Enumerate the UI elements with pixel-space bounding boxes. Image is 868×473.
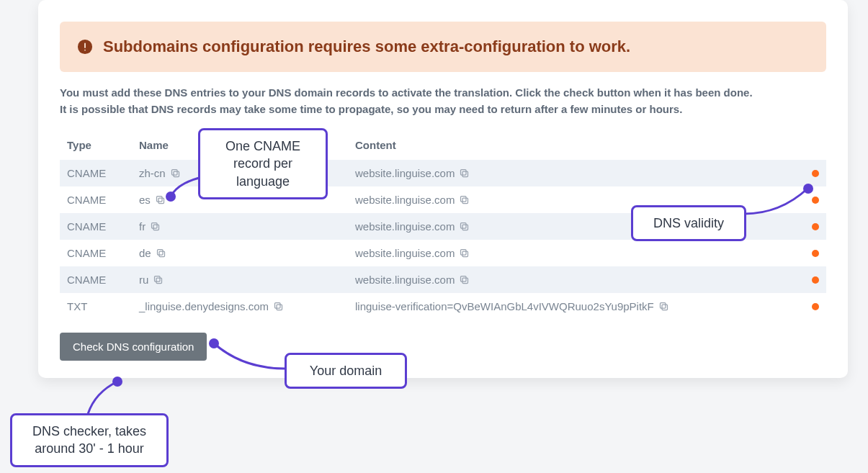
cell-name-text: _linguise.denydesigns.com [139,300,269,312]
alert-title: Subdomains configuration requires some e… [103,37,630,56]
alert-banner: Subdomains configuration requires some e… [60,22,826,72]
svg-rect-13 [462,225,468,230]
svg-rect-20 [155,276,161,282]
copy-icon[interactable] [459,274,470,286]
svg-rect-10 [461,197,467,202]
copy-icon[interactable] [170,168,182,179]
status-dot-icon [812,276,819,284]
cell-type: CNAME [60,266,132,293]
instructions-text: You must add these DNS entries to your D… [60,85,826,117]
cell-status [797,293,826,320]
svg-rect-6 [461,170,467,176]
svg-rect-8 [156,197,162,202]
cell-name-text: de [139,247,151,259]
cell-name-text: ru [139,274,148,286]
cell-name-text: zh-cn [139,167,166,179]
cell-type: CNAME [60,186,132,213]
callout-dot-cname [166,192,176,202]
callout-dot-domain [209,338,219,348]
svg-rect-21 [462,278,468,284]
cell-status [797,266,826,293]
svg-rect-25 [662,305,668,310]
cell-content: website.linguise.com [348,160,797,186]
svg-rect-14 [461,223,467,229]
cell-content: website.linguise.com [348,240,797,266]
svg-rect-22 [461,276,467,282]
cell-content-text: website.linguise.com [355,167,455,179]
check-dns-button[interactable]: Check DNS configuration [60,333,207,361]
copy-icon[interactable] [273,301,285,312]
copy-icon[interactable] [153,274,164,286]
status-dot-icon [812,197,819,204]
svg-rect-2 [84,50,86,51]
cell-name: de [132,240,348,266]
col-header-type: Type [60,130,132,160]
svg-rect-26 [660,303,666,309]
cell-type: CNAME [60,160,132,186]
cell-name: _linguise.denydesigns.com [132,293,348,320]
table-row: CNAMEdewebsite.linguise.com [60,240,826,266]
cell-content-text: website.linguise.com [355,194,455,206]
status-dot-icon [812,170,819,177]
cell-type: CNAME [60,213,132,240]
svg-rect-9 [462,198,468,204]
cell-content: website.linguise.com [348,266,797,293]
cell-type: CNAME [60,240,132,266]
svg-rect-4 [171,170,177,176]
svg-rect-5 [462,171,468,177]
cell-content-text: website.linguise.com [355,274,455,286]
svg-rect-12 [152,223,158,229]
cell-status [797,213,826,240]
svg-rect-23 [277,305,282,310]
callout-domain: Your domain [285,353,407,389]
cell-content-text: website.linguise.com [355,247,455,259]
table-row: CNAMEruwebsite.linguise.com [60,266,826,293]
status-dot-icon [812,223,819,230]
svg-rect-15 [159,251,165,257]
copy-icon[interactable] [459,248,470,259]
table-row: CNAMEzh-cnwebsite.linguise.com [60,160,826,186]
copy-icon[interactable] [459,221,470,233]
svg-rect-1 [84,43,86,48]
dns-config-card: Subdomains configuration requires some e… [38,0,848,378]
cell-type: TXT [60,293,132,320]
cell-status [797,160,826,186]
copy-icon[interactable] [150,221,161,233]
callout-validity: DNS validity [631,205,746,241]
cell-name-text: fr [139,220,146,233]
svg-rect-7 [158,198,164,204]
callout-cname: One CNAME record per language [198,128,328,199]
status-dot-icon [812,303,819,310]
col-header-status [797,130,826,160]
copy-icon[interactable] [155,194,166,206]
cell-name-text: es [139,194,151,206]
cell-name: ru [132,266,348,293]
copy-icon[interactable] [459,194,470,206]
cell-name: fr [132,213,348,240]
alert-icon [77,39,93,55]
svg-rect-24 [275,303,281,309]
cell-status [797,240,826,266]
cell-content-text: website.linguise.com [355,220,455,233]
instructions-line-2: It is possible that DNS records may take… [60,103,682,115]
copy-icon[interactable] [156,248,167,259]
col-header-content: Content [348,130,797,160]
status-dot-icon [812,250,819,257]
callout-dot-checker [112,377,122,387]
callout-checker: DNS checker, takes around 30' - 1 hour [10,413,169,467]
svg-rect-18 [461,250,467,256]
copy-icon[interactable] [658,301,670,312]
table-row: TXT_linguise.denydesigns.comlinguise-ver… [60,293,826,320]
svg-rect-19 [156,278,162,284]
instructions-line-1: You must add these DNS entries to your D… [60,86,753,99]
cell-content-text: linguise-verification=QvBeWIAnGbL4vIVWQR… [355,300,654,312]
callout-dot-validity [803,184,813,194]
copy-icon[interactable] [459,168,470,179]
svg-rect-3 [174,171,179,177]
cell-content: linguise-verification=QvBeWIAnGbL4vIVWQR… [348,293,797,320]
svg-rect-16 [157,250,163,256]
svg-rect-17 [462,251,468,257]
svg-rect-11 [153,225,159,230]
